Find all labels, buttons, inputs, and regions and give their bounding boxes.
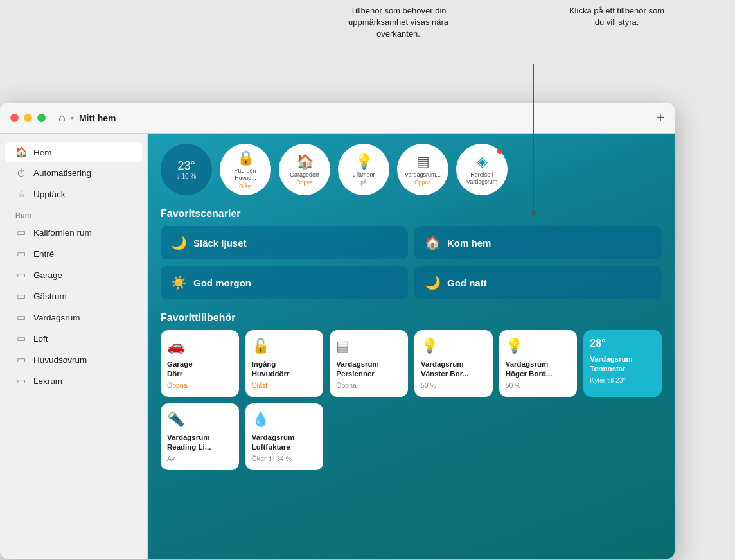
humidifier-icon: 💧 [252,411,269,428]
sidebar-item-entre[interactable]: ▭ Entré [5,243,142,264]
sidebar-label-entre: Entré [33,249,54,259]
motion-icon: ◈ [477,153,488,170]
bulb-right-icon: 💡 [506,338,523,354]
room-icon-kalifornien: ▭ [15,227,27,238]
accessories-grid-bottom: 🔦 VardagsrumReading Li... Av 💧 Vardagsru… [161,403,662,470]
acc-card-status-1: Olåst [252,381,268,389]
acc-card-garage-dorr[interactable]: 🚗 GarageDörr Öppna [161,330,239,397]
window-title: Mitt hem [79,113,116,123]
acc-card-reading[interactable]: 🔦 VardagsrumReading Li... Av [161,403,239,470]
accessory-circle-garagedorr[interactable]: 🏠 Garagedörr Öppna [279,144,330,195]
sidebar-label-kalifornien: Kalifornien rum [33,228,92,238]
thermostat-icon: 28° [590,338,605,349]
scenarios-grid: 🌙 Släck ljuset 🏠 Kom hem ☀️ God morgon 🌙… [161,226,662,299]
callout-right: Klicka på ett tillbehör som du vill styr… [565,5,668,28]
scenarios-section-header: Favoritscenarier [161,208,662,220]
acc-card-status-5: Kyler till 23° [590,376,626,384]
sidebar-label-vardagsrum: Vardagsrum [33,313,80,322]
minimize-button[interactable] [24,114,32,122]
acc-circle-name-2: 2 lampor [352,171,375,179]
scenario-godnatt[interactable]: 🌙 God natt [414,266,662,299]
sidebar-item-vardagsrum[interactable]: ▭ Vardagsrum [5,307,142,328]
sidebar-item-hem[interactable]: 🏠 Hem [5,142,142,162]
acc-card-termostat[interactable]: 28° VardagsrumTermostat Kyler till 23° [583,330,662,397]
scenario-slackljuset[interactable]: 🌙 Släck ljuset [161,226,408,259]
acc-card-name-2: VardagsrumPersienner [336,360,378,379]
main-window: ⌂ ▾ Mitt hem + 🏠 Hem ⏱ Automatisering ☆ … [0,103,675,559]
sidebar-item-kalifornien[interactable]: ▭ Kalifornien rum [5,222,142,243]
acc-card-status-4: 50 % [506,381,521,389]
room-icon-gastrum: ▭ [15,290,27,302]
acc-card-status-6: Av [167,455,175,462]
titlebar: ⌂ ▾ Mitt hem + [0,103,675,134]
home-chevron-icon[interactable]: ▾ [71,114,74,121]
acc-circle-status-3: Öppna [414,179,431,186]
scenario-label-3: God natt [447,277,487,288]
unlock-icon: 🔓 [252,338,269,354]
sidebar-label-loft: Loft [33,334,48,344]
acc-circle-status-0: Olåst [239,183,252,189]
acc-card-name-4: VardagsrumHöger Bord... [506,360,553,379]
sidebar-item-automatisering[interactable]: ⏱ Automatisering [5,163,142,183]
accessory-circle-lampor[interactable]: 💡 2 lampor på [338,144,389,195]
garage-door-icon: 🚗 [167,338,184,354]
sidebar-label-lekrum: Lekrum [33,376,62,386]
accessory-circle-persienner[interactable]: ▤ Vardagsrum... Öppna [397,144,448,195]
scenario-label-1: Kom hem [447,238,491,249]
sun-icon: ☀️ [171,275,187,290]
sidebar-label-garage: Garage [33,270,62,280]
persienner-icon: ▤ [336,338,350,354]
acc-card-name-0: GarageDörr [167,360,193,379]
moon-icon-1: 🌙 [171,235,187,250]
room-icon-loft: ▭ [15,333,27,344]
acc-circle-name-3: Vardagsrum... [405,171,441,179]
acc-card-name-7: VardagsrumLuftfuktare [252,433,294,452]
garage-icon: 🏠 [296,153,314,170]
room-icon-entre: ▭ [15,248,27,259]
acc-circle-name-4: Rörelse i Vardagsrum [459,171,504,186]
acc-card-name-3: VardagsrumVänster Bor... [421,360,468,379]
sidebar-item-gastrum[interactable]: ▭ Gästrum [5,286,142,306]
acc-card-status-0: Öppna [167,381,188,389]
content-area: 🏠 Hem ⏱ Automatisering ☆ Upptäck Rum ▭ K… [0,134,675,559]
blind-icon: ▤ [416,153,430,170]
acc-card-ingång[interactable]: 🔓 IngångHuvuddörr Olåst [245,330,324,397]
weather-widget[interactable]: 23° ↓ 10 % [161,144,212,195]
acc-card-persienner[interactable]: ▤ VardagsrumPersienner Öppna [330,330,408,397]
scenario-komhem[interactable]: 🏠 Kom hem [414,226,662,259]
maximize-button[interactable] [37,114,46,122]
sidebar-item-garage[interactable]: ▭ Garage [5,265,142,285]
rooms-section-label: Rum [0,205,147,222]
acc-card-hoger[interactable]: 💡 VardagsrumHöger Bord... 50 % [499,330,578,397]
acc-card-status-2: Öppna [336,381,357,389]
sidebar-item-lekrum[interactable]: ▭ Lekrum [5,371,142,391]
scenario-label-2: God morgon [193,277,251,288]
acc-card-name-1: IngångHuvuddörr [252,360,290,379]
acc-circle-status-2: på [360,179,366,186]
sidebar-item-huvudsovrum[interactable]: ▭ Huvudsovrum [5,349,142,370]
acc-card-status-3: 50 % [421,381,436,389]
bulb-icon: 💡 [355,153,373,170]
accessory-circle-ytterdorr[interactable]: 🔒 Ytterdörr Huvud... Olåst [220,144,271,195]
scenario-godmorgon[interactable]: ☀️ God morgon [161,266,408,299]
room-icon-vardagsrum: ▭ [15,311,27,323]
status-row: 23° ↓ 10 % 🔒 Ytterdörr Huvud... Olåst 🏠 … [161,144,662,195]
lock-icon: 🔒 [237,150,254,166]
bulb-left-icon: 💡 [421,338,438,354]
acc-card-vanster[interactable]: 💡 VardagsrumVänster Bor... 50 % [414,330,493,397]
acc-circle-name-1: Garagedörr [290,171,319,179]
close-button[interactable] [10,114,19,122]
acc-circle-status-1: Öppna [296,179,313,186]
home-scenario-icon: 🏠 [425,235,441,250]
automatisering-icon: ⏱ [15,168,27,179]
accessory-circle-rorelse[interactable]: ◈ Rörelse i Vardagsrum [456,144,508,195]
main-content: 23° ↓ 10 % 🔒 Ytterdörr Huvud... Olåst 🏠 … [148,134,675,559]
sidebar-item-loft[interactable]: ▭ Loft [5,328,142,349]
acc-card-name-5: VardagsrumTermostat [590,354,632,374]
home-nav-icon: 🏠 [15,146,27,158]
sidebar-item-upptack[interactable]: ☆ Upptäck [5,184,142,204]
sidebar-label-automatisering: Automatisering [33,168,91,178]
add-button[interactable]: + [657,110,664,125]
acc-card-name-6: VardagsrumReading Li... [167,433,211,452]
acc-card-luftfuktare[interactable]: 💧 VardagsrumLuftfuktare Ökar till 34 % [245,403,324,470]
